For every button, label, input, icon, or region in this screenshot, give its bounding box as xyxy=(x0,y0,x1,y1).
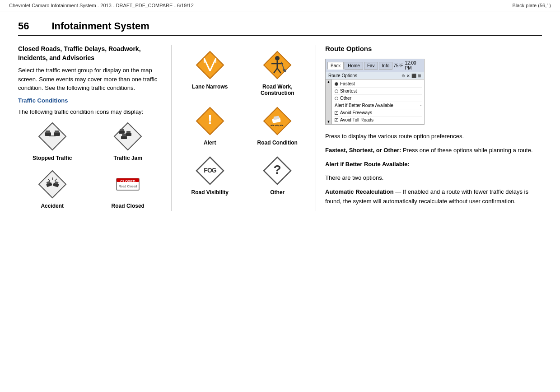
temp-display: 75°F xyxy=(393,63,403,68)
right-column: Route Options Back Home Fav Info 75°F 12… xyxy=(316,45,542,211)
alert-route-arrow: › xyxy=(420,103,421,107)
body-text: Select the traffic event group for displ… xyxy=(18,66,162,93)
route-desc-5: Automatic Recalculation — If enabled and… xyxy=(325,187,542,206)
tab-back[interactable]: Back xyxy=(327,62,344,70)
road-closed-icon-wrap: CLOSED Road Closed xyxy=(112,168,144,200)
route-ui-temp-time: 75°F 12:00 PM xyxy=(393,61,422,70)
avoid-toll-label: Avoid Toll Roads xyxy=(340,117,373,122)
route-options-ui: Back Home Fav Info 75°F 12:00 PM Route O… xyxy=(325,59,425,125)
alert-icon: ! xyxy=(194,105,226,137)
radio-fastest[interactable] xyxy=(335,82,338,86)
svg-text:CLOSED: CLOSED xyxy=(121,179,136,183)
alert-better-heading: Alert if Better Route Available: xyxy=(325,161,410,168)
route-desc-1: Press to display the various route optio… xyxy=(325,132,542,141)
left-column: Closed Roads, Traffic Delays, Roadwork, … xyxy=(18,45,172,211)
other-icon: ? xyxy=(261,155,293,187)
svg-marker-13 xyxy=(39,171,66,198)
road-work-icon xyxy=(261,49,293,81)
svg-marker-6 xyxy=(114,123,141,150)
checkbox-avoid-freeways[interactable] xyxy=(335,111,338,115)
route-ui-title: Route Options xyxy=(328,73,357,78)
stopped-traffic-icon-wrap xyxy=(37,121,68,152)
road-condition-icon-wrap xyxy=(261,105,293,137)
road-closed-label: Road Closed xyxy=(112,203,145,209)
tab-fav[interactable]: Fav xyxy=(364,62,378,70)
header-right: Black plate (56,1) xyxy=(512,3,551,8)
svg-rect-8 xyxy=(120,129,124,131)
route-item-shortest[interactable]: Shortest xyxy=(334,88,422,95)
other-icon-wrap: ? xyxy=(261,155,293,187)
lane-narrows-icon xyxy=(194,49,226,81)
route-ui-body: ▲ ▼ Fastest Shortest xyxy=(326,79,424,124)
page-title: Infotainment System xyxy=(51,20,149,32)
page-title-area: 56 Infotainment System xyxy=(18,20,542,36)
middle-icons-grid: Lane Narrows xyxy=(181,49,307,196)
svg-rect-4 xyxy=(55,131,59,133)
svg-text:Road Closed: Road Closed xyxy=(119,185,137,188)
alert-route-label: Alert if Better Route Available xyxy=(335,103,393,108)
fastest-text: Press one of these options while plannin… xyxy=(403,147,533,154)
svg-rect-10 xyxy=(126,131,131,133)
accident-item: Accident xyxy=(18,168,87,209)
radio-other[interactable] xyxy=(335,97,338,100)
checkbox-avoid-toll[interactable] xyxy=(335,118,338,122)
main-layout: Closed Roads, Traffic Delays, Roadwork, … xyxy=(18,45,542,211)
route-ui-control-icons: ⊕ ✕ ⬛ ⊞ xyxy=(401,74,421,78)
route-desc-3: Alert if Better Route Available: xyxy=(325,160,542,169)
route-desc-4: There are two options. xyxy=(325,173,542,183)
traffic-jam-item: Traffic Jam xyxy=(94,121,163,161)
svg-marker-0 xyxy=(39,123,66,150)
shortest-label: Shortest xyxy=(340,89,357,93)
accident-icon xyxy=(37,168,68,200)
icon-3: ⬛ xyxy=(411,74,416,78)
alert-label: Alert xyxy=(204,140,216,146)
svg-text:FOG: FOG xyxy=(204,167,216,174)
svg-marker-25 xyxy=(196,51,224,79)
svg-rect-12 xyxy=(122,134,126,136)
section-heading: Closed Roads, Traffic Delays, Roadwork, … xyxy=(18,45,162,62)
route-options-heading: Route Options xyxy=(325,45,542,52)
stopped-traffic-icon xyxy=(37,121,68,152)
route-item-avoid-freeways[interactable]: Avoid Freeways xyxy=(334,109,422,117)
road-condition-icon xyxy=(261,105,293,137)
auto-recalc-heading: Automatic Recalculation xyxy=(325,188,394,195)
tab-info[interactable]: Info xyxy=(379,62,393,70)
svg-rect-2 xyxy=(46,131,50,133)
traffic-jam-label: Traffic Jam xyxy=(114,155,142,161)
other-option-label: Other xyxy=(340,96,351,101)
radio-shortest[interactable] xyxy=(335,89,338,93)
lane-narrows-icon-wrap xyxy=(194,49,226,81)
icon-4: ⊞ xyxy=(418,74,421,78)
lane-narrows-label: Lane Narrows xyxy=(192,84,228,90)
route-item-alert[interactable]: Alert if Better Route Available › xyxy=(334,102,422,109)
svg-rect-7 xyxy=(119,131,125,134)
road-visibility-item: FOG Road Visibility xyxy=(181,155,239,196)
fog-icon-wrap: FOG xyxy=(194,155,226,187)
traffic-icons-grid: Stopped Traffic xyxy=(18,121,162,209)
road-work-icon-wrap xyxy=(261,49,293,81)
route-item-avoid-toll[interactable]: Avoid Toll Roads xyxy=(334,117,422,123)
route-desc-2: Fastest, Shortest, or Other: Press one o… xyxy=(325,146,542,155)
road-work-item: Road Work,Construction xyxy=(248,49,307,96)
route-item-fastest[interactable]: Fastest xyxy=(334,80,422,88)
traffic-jam-icon xyxy=(112,121,144,152)
svg-text:!: ! xyxy=(208,112,212,127)
sub-text: The following traffic condition icons ma… xyxy=(18,107,162,117)
alert-icon-wrap: ! xyxy=(194,105,226,137)
scroll-up-arrow[interactable]: ▲ xyxy=(327,80,331,84)
lane-narrows-item: Lane Narrows xyxy=(181,49,239,96)
avoid-freeways-label: Avoid Freeways xyxy=(340,110,372,115)
traffic-jam-icon-wrap xyxy=(112,121,144,152)
other-label: Other xyxy=(270,189,285,196)
route-item-other[interactable]: Other xyxy=(334,95,422,102)
stopped-traffic-label: Stopped Traffic xyxy=(33,155,72,161)
sub-heading: Traffic Conditions xyxy=(18,97,162,104)
svg-rect-11 xyxy=(121,136,127,139)
route-options-list: Fastest Shortest Other Alert if Better R… xyxy=(332,79,424,124)
tab-home[interactable]: Home xyxy=(345,62,363,70)
header-left: Chevrolet Camaro Infotainment System - 2… xyxy=(9,3,194,8)
route-ui-scrollbar[interactable]: ▲ ▼ xyxy=(326,79,332,124)
accident-icon-wrap xyxy=(37,168,68,200)
road-condition-item: Road Condition xyxy=(248,105,307,146)
scroll-down-arrow[interactable]: ▼ xyxy=(327,120,331,124)
